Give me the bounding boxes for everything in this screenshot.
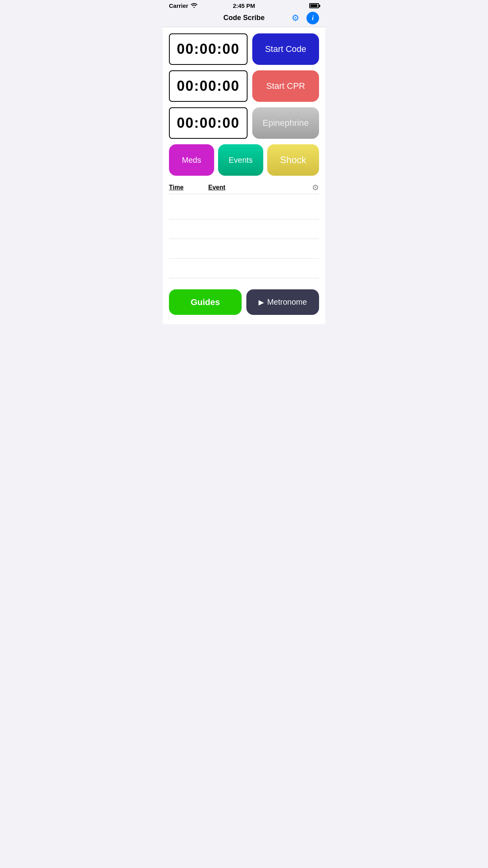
event-log-header: Time Event ⚙ bbox=[169, 181, 319, 194]
event-log-row bbox=[169, 200, 319, 219]
status-bar-left: Carrier bbox=[169, 2, 198, 9]
start-code-label: Start Code bbox=[265, 44, 306, 54]
start-cpr-button[interactable]: Start CPR bbox=[252, 70, 319, 102]
cpr-timer-text: 00:00:00 bbox=[177, 78, 240, 94]
metronome-button[interactable]: ▶ Metronome bbox=[246, 289, 319, 315]
main-content: 00:00:00 Start Code 00:00:00 Start CPR 0… bbox=[163, 27, 325, 285]
play-icon: ▶ bbox=[259, 298, 264, 307]
carrier-label: Carrier bbox=[169, 2, 188, 9]
settings-button[interactable]: ⚙ bbox=[289, 12, 302, 24]
code-timer-text: 00:00:00 bbox=[177, 41, 240, 57]
wifi-icon bbox=[191, 2, 198, 9]
epi-timer-text: 00:00:00 bbox=[177, 115, 240, 131]
nav-title: Code Scribe bbox=[223, 14, 264, 22]
event-log-settings-button[interactable]: ⚙ bbox=[312, 183, 319, 192]
epi-timer-row: 00:00:00 Epinephrine bbox=[169, 107, 319, 139]
gear-icon: ⚙ bbox=[292, 13, 299, 23]
event-settings-icon: ⚙ bbox=[312, 183, 319, 192]
battery-icon bbox=[309, 3, 319, 8]
shock-button[interactable]: Shock bbox=[267, 144, 319, 176]
event-log-row bbox=[169, 259, 319, 278]
nav-bar: Code Scribe ⚙ i bbox=[163, 11, 325, 27]
status-bar-time: 2:45 PM bbox=[233, 2, 255, 9]
event-column-header: Event bbox=[208, 184, 312, 191]
events-label: Events bbox=[229, 156, 253, 164]
epinephrine-label: Epinephrine bbox=[262, 118, 308, 128]
info-icon: i bbox=[312, 14, 314, 22]
guides-label: Guides bbox=[191, 297, 220, 307]
event-log-row bbox=[169, 219, 319, 239]
code-timer-row: 00:00:00 Start Code bbox=[169, 33, 319, 65]
status-bar: Carrier 2:45 PM bbox=[163, 0, 325, 11]
cpr-timer-row: 00:00:00 Start CPR bbox=[169, 70, 319, 102]
meds-label: Meds bbox=[182, 156, 201, 164]
start-code-button[interactable]: Start Code bbox=[252, 33, 319, 65]
time-column-header: Time bbox=[169, 184, 208, 191]
shock-label: Shock bbox=[280, 154, 306, 165]
event-log-row bbox=[169, 239, 319, 259]
bottom-bar: Guides ▶ Metronome bbox=[163, 285, 325, 324]
epinephrine-button[interactable]: Epinephrine bbox=[252, 107, 319, 139]
code-timer-display: 00:00:00 bbox=[169, 33, 248, 65]
guides-button[interactable]: Guides bbox=[169, 289, 242, 315]
start-cpr-label: Start CPR bbox=[266, 81, 305, 91]
meds-button[interactable]: Meds bbox=[169, 144, 214, 176]
status-bar-right bbox=[309, 3, 319, 8]
metronome-label: Metronome bbox=[267, 298, 307, 307]
action-buttons-row: Meds Events Shock bbox=[169, 144, 319, 176]
info-button[interactable]: i bbox=[306, 12, 319, 24]
events-button[interactable]: Events bbox=[218, 144, 263, 176]
event-log-rows bbox=[169, 200, 319, 278]
cpr-timer-display: 00:00:00 bbox=[169, 70, 248, 102]
epi-timer-display: 00:00:00 bbox=[169, 107, 248, 139]
nav-icons: ⚙ i bbox=[289, 12, 319, 24]
